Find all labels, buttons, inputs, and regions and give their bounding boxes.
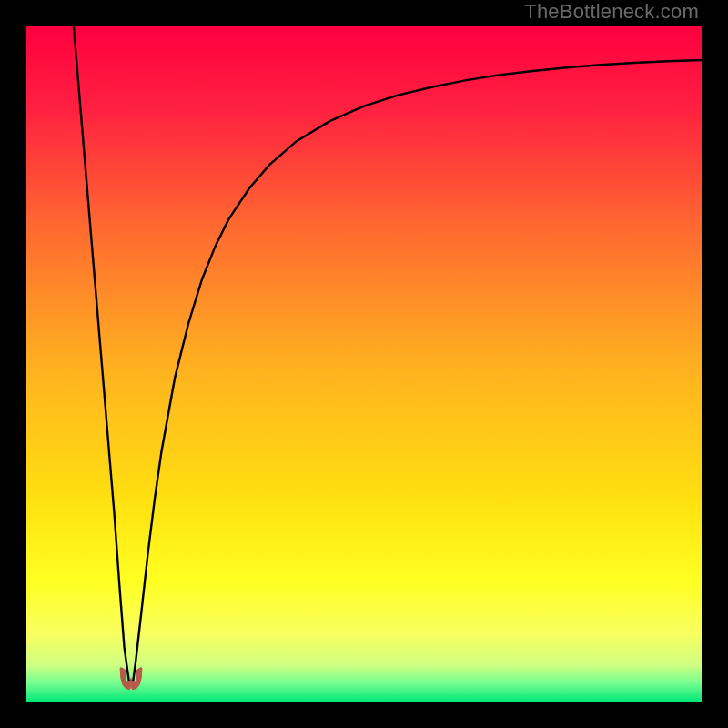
chart-svg: [26, 26, 702, 702]
chart-frame: [26, 26, 702, 702]
chart-background: [26, 26, 702, 702]
watermark-text: TheBottleneck.com: [524, 0, 699, 24]
